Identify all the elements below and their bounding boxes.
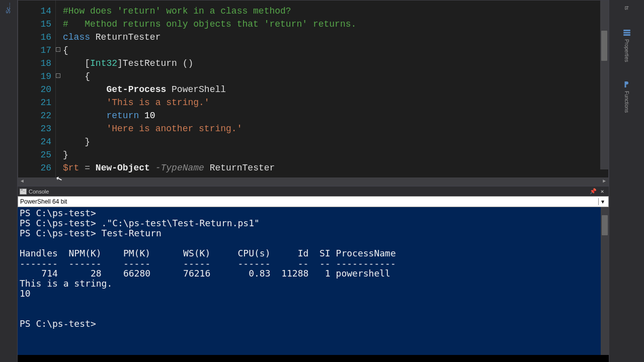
line-number: 15 (18, 18, 55, 31)
code-line[interactable]: { (63, 44, 608, 57)
code-line[interactable]: { (63, 70, 608, 83)
scrollbar-thumb[interactable] (601, 31, 607, 61)
close-button[interactable]: ✕ (598, 188, 607, 196)
line-number: 16 (18, 31, 55, 44)
line-number: 17- (18, 44, 55, 57)
svg-rect-0 (623, 30, 630, 31)
line-number: 18 (18, 57, 55, 70)
code-line[interactable]: } (63, 148, 608, 161)
console-bottom-bar (18, 355, 609, 362)
functions-icon (622, 80, 631, 89)
line-number: 23 (18, 122, 55, 135)
code-line[interactable]: } (63, 135, 608, 148)
line-number: 14 (18, 5, 55, 18)
editor-vertical-scrollbar[interactable] (600, 1, 608, 169)
line-number: 19- (18, 70, 55, 83)
dropdown-arrow-icon[interactable]: ▾ (598, 198, 606, 205)
code-line[interactable]: $rt = New-Object -TypeName ReturnTester (63, 161, 608, 174)
right-tool-rail: ts Properties Functions (609, 0, 644, 362)
line-number: 20 (18, 83, 55, 96)
code-line[interactable]: 'This is a string.' (63, 96, 608, 109)
right-rail-functions[interactable]: Functions (609, 76, 644, 117)
scroll-right-arrow[interactable]: ► (600, 177, 608, 186)
line-number: 22 (18, 109, 55, 122)
scrollbar-thumb[interactable] (602, 215, 608, 235)
hscroll-track[interactable] (26, 177, 600, 186)
right-rail-properties[interactable]: Properties (609, 24, 644, 66)
left-tool-rail[interactable]: Sc... (0, 0, 18, 362)
code-line[interactable]: 'Here is another string.' (63, 122, 608, 135)
code-line[interactable]: #How does 'return' work in a class metho… (63, 5, 608, 18)
line-number: 25 (18, 148, 55, 161)
console-vertical-scrollbar[interactable] (601, 207, 609, 355)
code-text-area[interactable]: #How does 'return' work in a class metho… (56, 1, 608, 177)
code-line[interactable]: [Int32]TestReturn () (63, 57, 608, 70)
line-number: 26 (18, 161, 55, 174)
line-number: 21 (18, 96, 55, 109)
svg-rect-2 (623, 34, 630, 36)
console-output[interactable]: PS C:\ps-test> PS C:\ps-test> ."C:\ps-te… (18, 207, 609, 355)
console-text: PS C:\ps-test> PS C:\ps-test> ."C:\ps-te… (20, 208, 607, 329)
svg-rect-1 (623, 32, 630, 33)
editor-horizontal-scrollbar[interactable]: ◄ ► (18, 177, 608, 186)
code-line[interactable]: Get-Process PowerShell (63, 83, 608, 96)
line-number-gutter: 14151617-1819-20212223242526 (18, 1, 56, 177)
code-editor[interactable]: 14151617-1819-20212223242526 #How does '… (18, 0, 609, 186)
pin-button[interactable]: 📌 (589, 188, 598, 196)
console-title: Console (29, 189, 589, 195)
code-line[interactable]: return 10 (63, 109, 608, 122)
line-number: 24 (18, 135, 55, 148)
console-icon (20, 189, 27, 195)
properties-icon (622, 28, 631, 37)
code-line[interactable]: # Method returns only objects that 'retu… (63, 18, 608, 31)
code-line[interactable]: class ReturnTester (63, 31, 608, 44)
console-panel-header: Console 📌 ✕ (18, 186, 609, 196)
right-rail-item[interactable]: ts (609, 2, 644, 14)
powershell-host-selector[interactable]: PowerShell 64 bit ▾ (18, 196, 609, 207)
scroll-left-arrow[interactable]: ◄ (18, 177, 26, 186)
selector-value: PowerShell 64 bit (20, 198, 598, 205)
left-rail-label: Sc... (5, 3, 11, 14)
